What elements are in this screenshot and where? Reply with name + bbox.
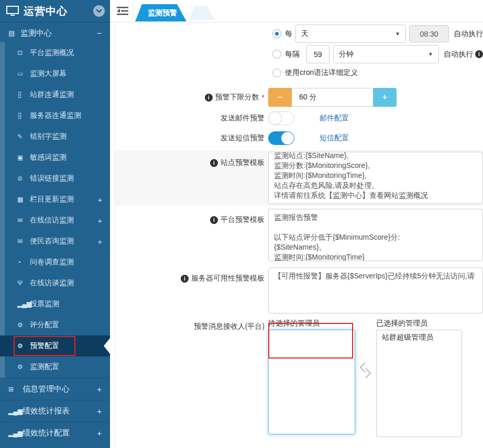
server-template-textarea[interactable]: 【可用性报警】服务器{$ServerIps}已经持续5分钟无法访问,请	[268, 267, 483, 313]
ghost-tab	[189, 6, 215, 20]
sidebar-item-online-interview[interactable]: Ψ在线访谈监测	[0, 273, 110, 294]
platform-template-textarea[interactable]: 监测报告预警 以下站点评分低于{$MinimumScore}分: {$SiteN…	[268, 209, 483, 261]
sidebar-item-label: 监测配置	[30, 362, 59, 372]
sidebar-item-score-config[interactable]: ⚙评分配置	[0, 315, 110, 335]
sidebar-item-label: 敏感词监测	[30, 153, 67, 162]
site-template-band: i 站点预警模板 监测站点:{$SiteName}, 监测分数:{$Monito…	[114, 150, 483, 206]
sidebar-collapse-button[interactable]	[93, 5, 105, 17]
sidebar-submenu: ⊡平台监测概况▭监测大屏幕⣿站群连通监测⣿服务器连通监测✎错别字监测▣敏感词监测…	[0, 42, 110, 378]
sidebar-item-alert-config[interactable]: ⚙预警配置	[0, 335, 110, 356]
sms-config-link[interactable]: 短信配置	[320, 133, 349, 143]
sidebar-item-column-update[interactable]: ▦栏目更新监测+	[0, 189, 110, 210]
available-admin-list[interactable]	[268, 330, 355, 434]
info-icon: i	[475, 50, 483, 58]
score-row: i 预警下限分数 * − 60 分 +	[114, 88, 483, 107]
bar-chart-icon: ▂▄▆	[17, 300, 30, 308]
expand-plus-icon: +	[97, 237, 102, 246]
sidebar-item-label: 绩效统计配置	[23, 428, 70, 438]
sidebar-item-info-management-center[interactable]: ⊞信息管理中心+	[0, 378, 110, 400]
outdent-menu-icon	[116, 5, 129, 17]
app-title: 运营中心	[24, 4, 68, 18]
collapse-minus-icon: −	[97, 29, 102, 38]
sidebar-item-server-connectivity[interactable]: ⣿服务器连通监测	[0, 105, 110, 126]
chart-config-icon: ▂▄▆	[8, 430, 23, 437]
badge-a-icon: ▣	[17, 154, 30, 161]
site-template-textarea[interactable]: 监测站点:{$SiteName}, 监测分数:{$MonitoringScore…	[268, 152, 483, 204]
interval-unit-select[interactable]: 分钟 ▼	[333, 45, 439, 63]
sidebar-item-broken-links[interactable]: ⊘错误链接监测	[0, 168, 110, 189]
mail-alert-row: 发送邮件预警 邮件配置	[114, 111, 483, 125]
sidebar-item-performance-report[interactable]: ▂▄▆绩效统计报表+	[0, 400, 110, 422]
sidebar-item-monitor-big-screen[interactable]: ▭监测大屏幕	[0, 63, 110, 84]
sidebar-item-label: 评分配置	[30, 320, 59, 330]
schedule-option-interval: 每隔 59 分钟 ▼ 自动执行 i	[272, 45, 483, 63]
sms-alert-toggle[interactable]	[268, 131, 294, 145]
score-label: 预警下限分数	[215, 93, 259, 102]
sidebar-brand: 运营中心	[0, 0, 110, 23]
increment-button[interactable]: +	[373, 88, 397, 107]
wrench-icon: ✎	[17, 133, 30, 140]
transfer-control[interactable]	[355, 319, 376, 437]
mail-config-link[interactable]: 邮件配置	[320, 114, 349, 123]
sidebar-item-sensitive-words[interactable]: ▣敏感词监测	[0, 147, 110, 168]
sidebar-item-typo-monitor[interactable]: ✎错别字监测	[0, 126, 110, 147]
expand-plus-icon: +	[97, 195, 102, 204]
sidebar-group-monitor-center[interactable]: ▤ 监测中心 −	[0, 25, 110, 42]
sms-alert-row: 发送短信预警 短信配置	[114, 131, 483, 145]
score-value[interactable]: 60 分	[292, 88, 373, 107]
sidebar-toggle-button[interactable]	[116, 5, 129, 17]
sidebar-item-label: 在线访谈监测	[30, 278, 74, 288]
interval-radio[interactable]	[272, 50, 281, 59]
info-icon: i	[210, 159, 218, 167]
selected-admin-list[interactable]: 站群超级管理员	[376, 330, 462, 437]
selected-admins-column: 已选择的管理员 站群超级管理员	[376, 319, 462, 437]
sidebar-item-monitor-config[interactable]: ⚙监测配置	[0, 356, 110, 377]
available-admins-column: 待选择的管理员	[268, 319, 355, 437]
tab-monitor-alert[interactable]: 监测预警 ×	[135, 4, 186, 21]
interval-value-input[interactable]: 59	[306, 45, 330, 63]
sidebar-item-convenience-consult[interactable]: ✉便民咨询监测+	[0, 231, 110, 252]
server-template-label: 服务器可用性预警模板	[191, 274, 265, 283]
tab-close-icon[interactable]: ×	[181, 9, 185, 17]
grid-dots-icon: ⣿	[17, 112, 30, 119]
expand-plus-icon: +	[97, 385, 102, 394]
sidebar-item-online-petition[interactable]: ✉在线信访监测+	[0, 210, 110, 231]
score-stepper: − 60 分 +	[268, 88, 397, 107]
decrement-button[interactable]: −	[268, 88, 292, 107]
interval-prefix-label: 每隔	[285, 50, 300, 59]
newspaper-icon: ▤	[8, 29, 20, 37]
expand-plus-icon: +	[97, 216, 102, 225]
daily-time-input[interactable]: 08:30	[409, 25, 449, 42]
gear-icon: ⚙	[17, 363, 30, 371]
list-item[interactable]: 站群超级管理员	[377, 330, 462, 345]
daily-period-select[interactable]: 天 ▼	[295, 25, 406, 43]
schedule-option-daily: 每 天 ▼ 08:30 自动执行	[272, 25, 483, 43]
sidebar-item-label: 便民咨询监测	[30, 237, 74, 246]
sidebar: 运营中心 ▤ 监测中心 − ⊡平台监测概况▭监测大屏幕⣿站群连通监测⣿服务器连通…	[0, 0, 110, 448]
microphone-icon: Ψ	[17, 279, 30, 287]
mail-alert-toggle[interactable]	[268, 111, 294, 125]
sidebar-item-label: 信息管理中心	[23, 384, 70, 394]
tab-bar: 监测预警 ×	[110, 0, 483, 23]
sidebar-item-performance-config[interactable]: ▂▄▆绩效统计配置+	[0, 422, 110, 444]
selected-admins-header: 已选择的管理员	[376, 319, 462, 328]
expand-plus-icon: +	[97, 429, 102, 438]
daily-radio[interactable]	[272, 29, 281, 38]
cron-radio[interactable]	[272, 69, 281, 77]
receivers-row: 预警消息接收人(平台) 待选择的管理员 已选择的管理员 站群超级管理员	[114, 319, 483, 437]
tabbar-separator	[133, 0, 133, 22]
screen-icon: ▭	[17, 70, 30, 77]
sidebar-item-platform-overview[interactable]: ⊡平台监测概况	[0, 42, 110, 63]
sidebar-item-label: 预警配置	[30, 341, 59, 351]
daily-period-value: 天	[301, 29, 309, 39]
calendar-icon: ▦	[17, 196, 30, 203]
sidebar-item-vote-monitor[interactable]: ▂▄▆投票监测	[0, 294, 110, 315]
sidebar-item-questionnaire[interactable]: ◔问卷调查监测	[0, 252, 110, 273]
pie-chart-icon: ◔	[17, 259, 30, 266]
sidebar-item-sitegroup-connectivity[interactable]: ⣿站群连通监测	[0, 84, 110, 105]
cron-label: 使用cron语法详细定义	[285, 68, 358, 77]
gear-icon: ⚙	[17, 321, 30, 329]
tab-label: 监测预警	[148, 8, 177, 18]
server-template-row: i 服务器可用性预警模板 【可用性报警】服务器{$ServerIps}已经持续5…	[114, 267, 483, 313]
sidebar-item-label: 在线信访监测	[30, 216, 74, 225]
